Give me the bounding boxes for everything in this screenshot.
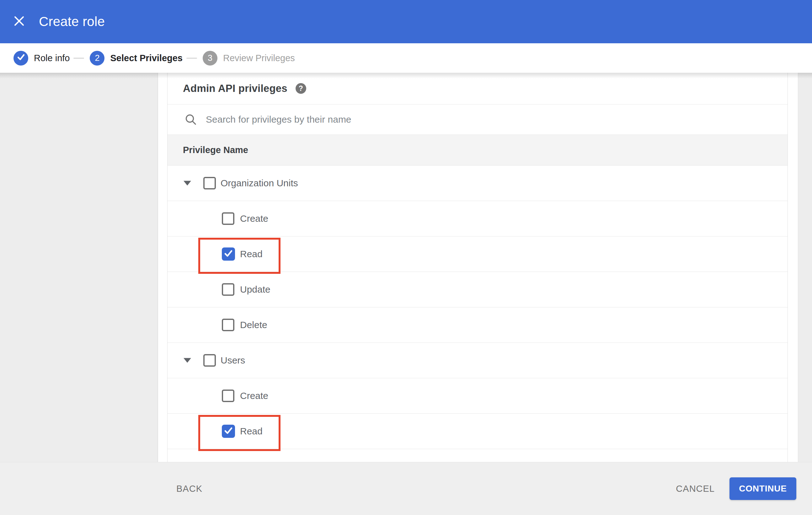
table-header-row: Privilege Name [168, 135, 787, 165]
step-2-number: 2 [95, 53, 99, 63]
checkbox-users-read[interactable] [222, 425, 235, 438]
checkbox-orgunits-update[interactable] [222, 283, 234, 296]
back-button[interactable]: BACK [176, 484, 202, 494]
panel-title: Admin API privileges [183, 83, 287, 94]
scroll-gutter-right[interactable] [788, 73, 798, 462]
search-row [168, 104, 787, 135]
checkbox-organization-units[interactable] [203, 177, 216, 189]
table-row-orgunits-update: Update [168, 272, 787, 307]
footer-bar: BACK CANCEL CONTINUE [0, 462, 812, 515]
highlight-box-users-read [198, 415, 281, 451]
panel-title-row: Admin API privileges ? [168, 73, 787, 104]
checkmark-icon [223, 425, 234, 437]
step-3-label[interactable]: Review Privileges [223, 53, 295, 63]
stepper: Role info 2 Select Privileges 3 Review P… [0, 43, 812, 73]
checkmark-icon [223, 248, 234, 260]
row-label: Delete [240, 320, 267, 330]
checkbox-users-create[interactable] [222, 390, 234, 402]
collapse-arrow-icon[interactable] [183, 358, 191, 363]
cancel-button[interactable]: CANCEL [676, 484, 715, 494]
step-2-circle[interactable]: 2 [90, 51, 105, 65]
search-input[interactable] [206, 114, 676, 125]
row-label: Users [221, 355, 245, 366]
checkbox-users[interactable] [203, 354, 216, 367]
row-label: Update [240, 284, 270, 295]
continue-button[interactable]: CONTINUE [729, 477, 796, 500]
dialog-title: Create role [39, 14, 105, 29]
create-role-dialog: Create role Role info 2 Select Privilege… [0, 0, 812, 515]
close-icon [13, 15, 25, 28]
table-row-users-create: Create [168, 378, 787, 414]
left-pane [0, 73, 158, 462]
table-row-orgunits-delete: Delete [168, 307, 787, 343]
check-icon [16, 52, 26, 64]
help-icon[interactable]: ? [295, 83, 306, 94]
step-3-number: 3 [208, 53, 212, 63]
checkbox-orgunits-create[interactable] [222, 212, 234, 225]
highlight-box-orgunits-read [198, 238, 281, 274]
row-label: Read [240, 426, 263, 436]
table-row-users: Users [168, 343, 787, 378]
row-label: Read [240, 249, 263, 260]
table-row-organization-units: Organization Units [168, 165, 787, 201]
dialog-header: Create role [0, 0, 812, 43]
table-row-users-read: Read [168, 414, 787, 449]
search-icon [184, 113, 197, 126]
step-connector [186, 58, 197, 59]
step-1-label[interactable]: Role info [34, 53, 70, 63]
content-area: Admin API privileges ? Privilege Name [0, 73, 812, 462]
privileges-panel: Admin API privileges ? Privilege Name [167, 73, 788, 462]
row-label: Create [240, 213, 268, 224]
table-row-orgunits-create: Create [168, 201, 787, 237]
step-2-label[interactable]: Select Privileges [110, 53, 183, 63]
collapse-arrow-icon[interactable] [183, 181, 191, 186]
row-label: Organization Units [221, 178, 298, 188]
checkbox-orgunits-read[interactable] [222, 247, 235, 261]
step-3-circle[interactable]: 3 [203, 51, 218, 65]
scroll-gutter-left [158, 73, 167, 462]
step-connector [74, 58, 84, 59]
row-label: Create [240, 391, 268, 401]
step-1-circle[interactable] [13, 51, 28, 65]
column-header-privilege-name: Privilege Name [183, 145, 248, 155]
checkbox-orgunits-delete[interactable] [222, 319, 234, 331]
close-button[interactable] [13, 16, 25, 28]
table-row-orgunits-read: Read [168, 237, 787, 272]
